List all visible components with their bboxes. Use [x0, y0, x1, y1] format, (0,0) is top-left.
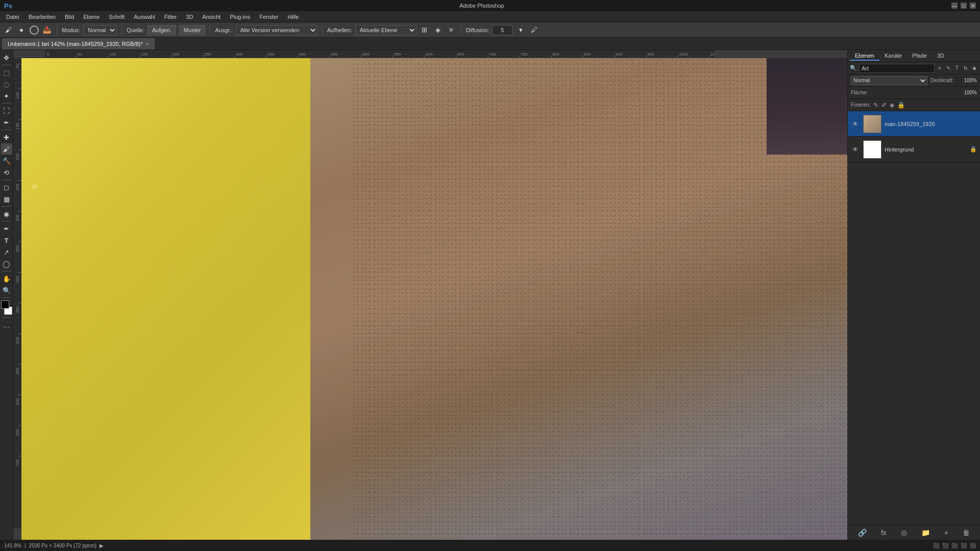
- gradient-tool[interactable]: ▦: [1, 193, 12, 205]
- separator-3: [210, 25, 210, 35]
- eyedropper-tool[interactable]: ✒: [1, 117, 12, 128]
- filter-effect-icon[interactable]: fx: [962, 65, 969, 71]
- clone-tool[interactable]: 🔨: [1, 155, 12, 166]
- mode-select[interactable]: Normal: [83, 25, 117, 35]
- canvas-stubble-dots: [352, 58, 847, 540]
- layer-thumbnail-man: [863, 115, 881, 133]
- canvas-image[interactable]: [21, 58, 847, 540]
- menu-ansicht[interactable]: Ansicht: [198, 13, 225, 21]
- minimize-button[interactable]: —: [951, 3, 958, 9]
- tab-close-icon[interactable]: ×: [146, 41, 149, 47]
- canvas-area[interactable]: 0 50 100 150 200 250 300 350 400 450: [13, 50, 847, 540]
- aufgen-button[interactable]: Aufgen.: [148, 25, 176, 35]
- layer-style-btn[interactable]: fx: [878, 528, 890, 538]
- dodge-tool[interactable]: ◉: [1, 208, 12, 219]
- options-bar: 🖌 ● 📥 Modus: Normal Quelle: Aufgen. Must…: [0, 22, 980, 38]
- svg-text:50: 50: [78, 52, 82, 57]
- shape-tool[interactable]: ◯: [1, 258, 12, 269]
- paths-panel-tab[interactable]: Pfade: [907, 52, 932, 61]
- lock-image-icon[interactable]: ✐: [881, 102, 887, 109]
- path-select-tool[interactable]: ↗: [1, 246, 12, 258]
- more-tools[interactable]: …: [1, 319, 12, 331]
- status-arrow[interactable]: ▶: [100, 543, 104, 548]
- history-brush-tool[interactable]: ⟲: [1, 167, 12, 178]
- brush-tool[interactable]: 🖌: [1, 143, 12, 155]
- menu-3d[interactable]: 3D: [182, 13, 197, 21]
- menu-bar: Datei Bearbeiten Bild Ebene Schrift Ausw…: [0, 11, 980, 22]
- marquee-tool[interactable]: ⬚: [1, 67, 12, 78]
- tool-sep-2: [2, 103, 11, 104]
- menu-bearbeiten[interactable]: Bearbeiten: [24, 13, 60, 21]
- menu-filter[interactable]: Filter: [160, 13, 181, 21]
- main-layout: ✥ ⬚ ◌ ✦ ⛶ ✒ ✚ 🖌 🔨 ⟲ ◻ ▦ ◉ ✒ T ↗ ◯ ✋ 🔍 …: [0, 50, 980, 540]
- layers-panel-tab[interactable]: Ebenen: [850, 52, 879, 61]
- title-bar: Ps Adobe Photoshop — □ ✕: [0, 0, 980, 11]
- layers-list: 👁 man-1845259_1920 👁 Hintergrund: [848, 111, 980, 524]
- heal-tool[interactable]: ✚: [1, 132, 12, 143]
- color-swatches[interactable]: [1, 300, 12, 315]
- diffusion-value[interactable]: [492, 25, 512, 35]
- title-bar-right[interactable]: — □ ✕: [951, 3, 976, 9]
- maximize-button[interactable]: □: [961, 3, 967, 9]
- channels-panel-tab[interactable]: Kanäle: [879, 52, 907, 61]
- zoom-tool[interactable]: 🔍: [1, 285, 12, 296]
- paint-icon[interactable]: 🖊: [529, 25, 539, 35]
- status-icon-5: ⬛: [970, 543, 976, 548]
- menu-plugins[interactable]: Plug-ins: [226, 13, 254, 21]
- svg-text:450: 450: [15, 306, 20, 313]
- ausgr-select[interactable]: Alte Version verwenden: [236, 25, 317, 35]
- aufhellen-select[interactable]: Aktuelle Ebene: [355, 25, 416, 35]
- menu-auswahl[interactable]: Auswahl: [130, 13, 159, 21]
- sample-icon2[interactable]: ◈: [433, 25, 443, 35]
- menu-datei[interactable]: Datei: [2, 13, 23, 21]
- layer-item-man[interactable]: 👁 man-1845259_1920: [848, 111, 980, 137]
- text-tool[interactable]: T: [1, 235, 12, 246]
- menu-schrift[interactable]: Schrift: [105, 13, 129, 21]
- brush-preset-icon[interactable]: ●: [16, 25, 27, 35]
- layer-item-background[interactable]: 👁 Hintergrund 🔒: [848, 137, 980, 162]
- menu-hilfe[interactable]: Hilfe: [283, 13, 303, 21]
- layer-visibility-bg[interactable]: 👁: [851, 145, 860, 154]
- 3d-panel-tab[interactable]: 3D: [932, 52, 949, 61]
- close-button[interactable]: ✕: [970, 3, 976, 9]
- foreground-color[interactable]: [1, 300, 9, 309]
- layer-visibility-man[interactable]: 👁: [851, 119, 860, 129]
- move-tool[interactable]: ✥: [1, 52, 12, 63]
- layer-lock-icon: 🔒: [970, 146, 977, 153]
- lock-transparency-icon[interactable]: ✎: [873, 102, 878, 109]
- separator-4: [322, 25, 323, 35]
- menu-bild[interactable]: Bild: [61, 13, 78, 21]
- svg-text:450: 450: [331, 52, 338, 57]
- load-brush-icon[interactable]: 📥: [42, 25, 52, 35]
- hand-tool[interactable]: ✋: [1, 273, 12, 284]
- blend-mode-select[interactable]: Normal: [851, 76, 927, 85]
- menu-fenster[interactable]: Fenster: [255, 13, 282, 21]
- new-group-btn[interactable]: 📁: [918, 528, 933, 538]
- menu-ebene[interactable]: Ebene: [79, 13, 104, 21]
- filter-text-icon[interactable]: T: [954, 65, 960, 71]
- layers-search-icon: 🔍: [850, 65, 857, 71]
- lock-all-icon[interactable]: 🔒: [897, 102, 905, 109]
- pen-tool[interactable]: ✒: [1, 223, 12, 234]
- canvas-container[interactable]: [21, 58, 847, 540]
- lasso-tool[interactable]: ◌: [1, 79, 12, 90]
- lock-position-icon[interactable]: ◈: [890, 102, 894, 109]
- svg-text:350: 350: [267, 52, 275, 57]
- brush-size-indicator[interactable]: [30, 26, 39, 35]
- filter-edit-icon[interactable]: ✎: [945, 65, 952, 71]
- document-tab[interactable]: Unbenannt-1 bei 142% (man-1845259_1920, …: [2, 38, 155, 49]
- add-mask-btn[interactable]: ◎: [898, 528, 910, 538]
- delete-layer-btn[interactable]: 🗑: [960, 528, 973, 538]
- link-layers-btn[interactable]: 🔗: [855, 528, 870, 538]
- svg-text:550: 550: [394, 52, 401, 57]
- layers-search-input[interactable]: [859, 64, 935, 73]
- diffusion-dropdown-icon[interactable]: ▾: [516, 25, 526, 35]
- magic-wand-tool[interactable]: ✦: [1, 90, 12, 102]
- eraser-tool[interactable]: ◻: [1, 182, 12, 193]
- sample-all-icon[interactable]: ⊞: [420, 25, 430, 35]
- new-layer-btn[interactable]: +: [941, 528, 951, 538]
- crop-tool[interactable]: ⛶: [1, 105, 12, 116]
- filter-color-icon[interactable]: ■: [971, 65, 977, 71]
- filter-type-icon[interactable]: ≡: [937, 65, 943, 71]
- muster-button[interactable]: Muster: [179, 25, 206, 35]
